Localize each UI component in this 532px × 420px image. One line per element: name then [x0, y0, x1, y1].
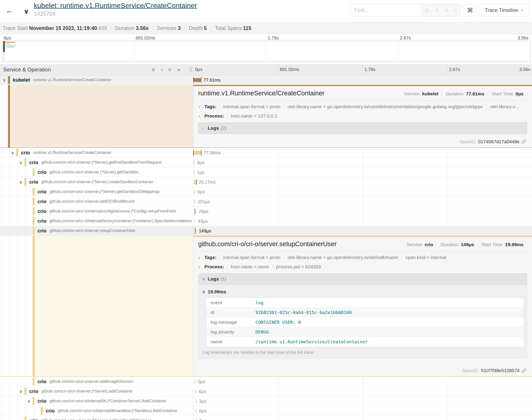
- span-bar-cell[interactable]: 0μs: [193, 416, 532, 420]
- collapse-all-double-chevron-down-icon[interactable]: »: [167, 68, 173, 71]
- minimap-canvas[interactable]: [2, 41, 530, 62]
- next-result-chevron-down-icon[interactable]: ∨: [445, 7, 449, 13]
- span-name-cell[interactable]: criogithub.com/cri-o/cri-o/internal/conf…: [0, 207, 193, 216]
- span-row[interactable]: criogithub.com/cri-o/cri-o/internal/lib/…: [0, 406, 532, 416]
- span-row[interactable]: criogithub.com/cri-o/cri-o/server.(*Serv…: [0, 416, 532, 420]
- span-bar-cell[interactable]: 20.17ms: [193, 177, 532, 187]
- span-name-cell[interactable]: criogithub.com/cri-o/cri-o/server.(*Serv…: [0, 416, 193, 420]
- span-name-cell[interactable]: criogithub.com/cri-o/cri-o/internal/fact…: [0, 216, 193, 226]
- span-row[interactable]: criogithub.com/cri-o/cri-o/server.(*Serv…: [0, 167, 532, 177]
- tags-accordion[interactable]: › Tags: internal.span.format = protootel…: [198, 102, 527, 111]
- span-row[interactable]: criogithub.com/cri-o/cri-o/server.addIma…: [0, 377, 532, 387]
- logs-accordion[interactable]: ∨ Logs (1): [198, 273, 527, 285]
- span-bar-cell[interactable]: 151μs: [193, 197, 532, 206]
- log-entry-toggle[interactable]: ∨ 19.99ms: [202, 288, 524, 298]
- log-field-row: eventlog: [207, 298, 524, 308]
- page-header: ← ∨ kubelet: runtime.v1.RuntimeService/C…: [0, 0, 532, 22]
- span-name-cell[interactable]: ∨criogithub.com/cri-o/cri-o/internal/lib…: [0, 396, 193, 406]
- span-duration-bar[interactable]: [195, 209, 196, 213]
- span-name-cell[interactable]: criogithub.com/cri-o/cri-o/server.(*Serv…: [0, 167, 193, 177]
- span-name-cell[interactable]: criogithub.com/cri-o/cri-o/server.setupC…: [0, 226, 193, 236]
- span-name-cell[interactable]: ∨criogithub.com/cri-o/cri-o/server.(*Ser…: [0, 177, 193, 187]
- back-arrow-icon[interactable]: ←: [3, 4, 16, 16]
- collapse-one-chevron-down-icon[interactable]: ∨: [151, 67, 155, 72]
- tick-label: 1.78s: [268, 35, 279, 41]
- span-duration-bar[interactable]: [194, 151, 201, 155]
- find-input[interactable]: [350, 4, 421, 16]
- span-duration-bar[interactable]: [194, 170, 194, 174]
- log-field-value: 92b82381-025c-4a64-815c-ba2e1bb08100: [255, 310, 352, 315]
- span-name-cell[interactable]: ∨criogithub.com/cri-o/cri-o/server.(*Ser…: [0, 158, 193, 167]
- span-row[interactable]: criogithub.com/cri-o/cri-o/server.addOCI…: [0, 197, 532, 207]
- span-bar-cell[interactable]: 77.08ms: [193, 148, 532, 157]
- span-duration-bar[interactable]: [194, 161, 194, 165]
- span-duration-bar[interactable]: [196, 399, 196, 403]
- expand-chevron-down-icon[interactable]: ∨: [19, 160, 22, 165]
- span-bar-cell[interactable]: 0μs: [193, 377, 532, 386]
- tick-label: 2.67s: [449, 67, 460, 72]
- span-row[interactable]: ∨criogithub.com/cri-o/cri-o/internal/lib…: [0, 396, 532, 406]
- span-duration-bar[interactable]: [196, 409, 196, 413]
- span-row[interactable]: criogithub.com/cri-o/cri-o/server.(*Serv…: [0, 187, 532, 197]
- prev-result-chevron-up-icon[interactable]: ∧: [435, 7, 439, 13]
- span-bar-cell[interactable]: 24μs: [193, 207, 532, 216]
- span-duration-bar[interactable]: [194, 200, 195, 204]
- span-row[interactable]: ∨kubeletruntime.v1.RuntimeService/Create…: [0, 75, 532, 85]
- span-row[interactable]: criogithub.com/cri-o/cri-o/internal/fact…: [0, 216, 532, 226]
- span-row[interactable]: ∨criogithub.com/cri-o/cri-o/server.(*Ser…: [0, 158, 532, 167]
- expand-chevron-down-icon[interactable]: ∨: [11, 150, 14, 155]
- span-name-cell[interactable]: criogithub.com/cri-o/cri-o/internal/lib/…: [0, 406, 193, 416]
- span-bar-cell[interactable]: 8μs: [193, 158, 532, 167]
- expand-all-double-chevron-right-icon[interactable]: »: [177, 67, 180, 72]
- span-duration-bar[interactable]: [194, 190, 195, 194]
- locate-icon[interactable]: ◎: [424, 7, 429, 13]
- span-duration-bar[interactable]: [196, 419, 197, 420]
- expand-chevron-down-icon[interactable]: ∨: [19, 180, 22, 185]
- span-bar-cell[interactable]: 3μs: [193, 396, 532, 406]
- span-duration-bar[interactable]: [196, 229, 196, 233]
- span-bar-cell[interactable]: 77.61ms: [193, 75, 532, 85]
- expand-one-chevron-right-icon[interactable]: ›: [161, 67, 163, 72]
- deep-link-icon[interactable]: [521, 139, 526, 144]
- span-row[interactable]: ∨criogithub.com/cri-o/cri-o/server.(*Ser…: [0, 177, 532, 187]
- process-accordion[interactable]: › Process: host.name = nixosprocess.pid …: [198, 262, 527, 271]
- tick-label: 3.56s: [519, 67, 530, 72]
- span-name-cell[interactable]: criogithub.com/cri-o/cri-o/server.addOCI…: [0, 197, 193, 206]
- keyboard-shortcuts-button[interactable]: ⌘: [464, 4, 477, 16]
- process-accordion[interactable]: › Process: host.name = 127.0.0.1: [198, 111, 527, 121]
- span-duration-bar[interactable]: [194, 78, 201, 82]
- span-bar-cell[interactable]: 1μs: [193, 167, 532, 177]
- column-resize-grip[interactable]: [190, 67, 192, 72]
- span-bar-cell[interactable]: 43μs: [193, 216, 532, 226]
- span-duration-bar[interactable]: [195, 380, 195, 384]
- clear-search-close-icon[interactable]: ×: [454, 7, 457, 13]
- span-bar-cell[interactable]: 6μs: [193, 387, 532, 396]
- span-bar-cell[interactable]: 149μs: [193, 226, 532, 236]
- span-duration-bar[interactable]: [194, 180, 196, 184]
- span-row[interactable]: criogithub.com/cri-o/cri-o/internal/conf…: [0, 207, 532, 216]
- collapse-header-chevron-icon[interactable]: ∨: [24, 8, 29, 15]
- span-duration-bar[interactable]: [195, 219, 195, 223]
- tags-accordion[interactable]: › Tags: internal.span.format = protootel…: [198, 253, 527, 262]
- expand-chevron-down-icon[interactable]: ∨: [27, 399, 31, 404]
- deep-link-icon[interactable]: [521, 368, 526, 373]
- span-bar-cell[interactable]: 0μs: [193, 187, 532, 196]
- logs-accordion[interactable]: › Logs (2): [198, 122, 527, 134]
- view-select-dropdown[interactable]: Trace Timeline ∨: [480, 4, 529, 16]
- span-name-cell[interactable]: criogithub.com/cri-o/cri-o/server.(*Serv…: [0, 187, 193, 196]
- span-name-cell[interactable]: ∨kubeletruntime.v1.RuntimeService/Create…: [0, 75, 193, 85]
- span-bar-cell[interactable]: 0μs: [193, 406, 532, 416]
- span-row[interactable]: ∨crioruntime.v1.RuntimeService/CreateCon…: [0, 148, 532, 158]
- span-name-cell[interactable]: criogithub.com/cri-o/cri-o/server.addIma…: [0, 377, 193, 386]
- expand-chevron-down-icon[interactable]: ∨: [19, 389, 22, 394]
- expand-chevron-down-icon[interactable]: ∨: [3, 77, 6, 83]
- span-name-cell[interactable]: ∨criogithub.com/cri-o/cri-o/server.(*Ser…: [0, 387, 193, 396]
- log-field-value: DEBUG: [255, 329, 269, 335]
- detail-meta: Service: crio Duration: 149μs Start Time…: [403, 242, 527, 247]
- span-row[interactable]: criogithub.com/cri-o/cri-o/server.setupC…: [0, 226, 532, 236]
- span-row[interactable]: ∨criogithub.com/cri-o/cri-o/server.(*Ser…: [0, 387, 532, 396]
- minimap-scrubber-handle[interactable]: [3, 41, 5, 52]
- trace-title-link[interactable]: kubelet: runtime.v1.RuntimeService/Creat…: [34, 2, 197, 10]
- span-duration-bar[interactable]: [196, 390, 196, 393]
- span-name-cell[interactable]: ∨crioruntime.v1.RuntimeService/CreateCon…: [0, 148, 193, 157]
